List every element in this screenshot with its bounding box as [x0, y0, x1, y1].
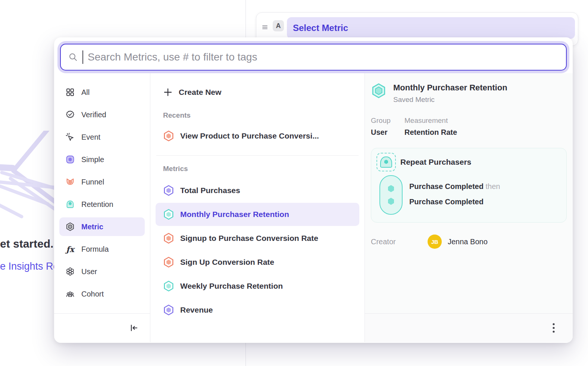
insights-report-link[interactable]: e Insights Re — [0, 261, 59, 272]
sidebar-item-retention[interactable]: Retention — [59, 195, 145, 214]
retention-arch-icon — [65, 199, 75, 209]
cohort-people-icon — [65, 289, 75, 299]
metric-hexagon-icon — [65, 222, 75, 232]
group-label: Group — [371, 117, 404, 125]
metric-picker-modal: All Verified — [54, 37, 573, 343]
sidebar-item-funnel[interactable]: Funnel — [59, 173, 145, 191]
list-divider — [156, 155, 359, 156]
metric-row-revenue[interactable]: Revenue — [156, 298, 359, 322]
sidebar-item-simple[interactable]: Simple — [59, 150, 145, 169]
definition-card: Repeat Purchasers Purchase Comp — [371, 148, 567, 223]
metric-label: Total Purchases — [180, 186, 240, 195]
sidebar-item-label: Simple — [81, 155, 104, 164]
sidebar-item-user[interactable]: User — [59, 262, 145, 281]
hexagon-orange-icon — [163, 233, 174, 244]
sidebar-item-cohort[interactable]: Cohort — [59, 285, 145, 303]
sidebar-item-label: Metric — [81, 223, 103, 231]
event-hexagon-icon — [387, 184, 395, 193]
recents-header: Recents — [150, 111, 365, 120]
sidebar-item-label: Verified — [81, 111, 106, 119]
sidebar-item-all[interactable]: All — [59, 83, 145, 102]
definition-name: Repeat Purchasers — [400, 158, 471, 167]
metric-row-weekly-purchase-retention[interactable]: Weekly Purchase Retention — [156, 274, 359, 298]
step-connector: then — [486, 182, 500, 190]
cursor-event-icon — [65, 132, 75, 142]
detail-subtitle: Saved Metric — [393, 96, 507, 104]
measurement-value: Retention Rate — [404, 128, 457, 137]
metric-row-monthly-purchaser-retention[interactable]: Monthly Purchaser Retention — [156, 203, 359, 226]
definition-step-1: Purchase Completed then — [409, 179, 500, 194]
sidebar-item-label: Funnel — [81, 178, 104, 186]
user-cluster-icon — [65, 267, 75, 276]
sidebar-item-label: Event — [81, 133, 100, 142]
search-box[interactable] — [60, 44, 567, 71]
sidebar-item-label: Retention — [81, 200, 113, 209]
metric-label: Monthly Purchaser Retention — [180, 210, 289, 219]
grid-icon — [65, 87, 75, 97]
creator-name: Jenna Bono — [448, 238, 488, 246]
funnel-icon — [65, 177, 75, 187]
filter-sidebar: All Verified — [54, 73, 150, 342]
metric-row-sign-up-conversion[interactable]: Sign Up Conversion Rate — [156, 251, 359, 274]
retention-definition-icon — [376, 153, 396, 171]
metric-label: Signup to Purchase Conversion Rate — [180, 234, 318, 243]
hexagon-teal-icon — [163, 209, 174, 220]
search-input[interactable] — [88, 51, 559, 63]
creator-label: Creator — [371, 238, 428, 246]
background-illustration — [0, 131, 56, 220]
get-started-text: et started. — [0, 238, 53, 250]
event-sequence-capsule — [379, 175, 403, 215]
search-focus-ring — [57, 41, 569, 73]
recent-metric-row[interactable]: View Product to Purchase Conversi... — [150, 125, 365, 147]
hexagon-orange-icon — [163, 130, 174, 142]
sidebar-item-label: User — [81, 267, 97, 276]
row-letter-badge: A — [273, 20, 284, 31]
formula-fx-icon: ƒx — [65, 244, 75, 254]
select-metric-button[interactable]: Select Metric — [287, 17, 575, 39]
collapse-sidebar-button[interactable] — [129, 323, 139, 333]
metric-label: Revenue — [180, 305, 213, 314]
text-caret — [82, 50, 83, 64]
metric-row-total-purchases[interactable]: Total Purchases — [156, 179, 359, 202]
verified-badge-icon — [65, 110, 75, 120]
metric-detail-panel: Monthly Purchaser Retention Saved Metric… — [365, 73, 573, 342]
create-new-label: Create New — [179, 88, 221, 97]
sidebar-footer — [54, 313, 150, 342]
detail-title: Monthly Purchaser Retention — [393, 83, 507, 93]
sidebar-item-label: Cohort — [81, 290, 104, 298]
simple-metric-icon — [65, 155, 75, 164]
more-options-button[interactable] — [547, 320, 560, 335]
sidebar-item-verified[interactable]: Verified — [59, 105, 145, 124]
metrics-header: Metrics — [150, 165, 365, 173]
metric-hexagon-teal-icon — [371, 83, 387, 99]
search-icon — [68, 52, 78, 62]
metric-list-panel: Create New Recents View Product to Purch… — [150, 73, 365, 342]
hexagon-purple-icon — [163, 185, 174, 196]
drag-handle-icon[interactable] — [260, 22, 270, 32]
definition-step-2: Purchase Completed — [409, 194, 500, 210]
event-hexagon-icon — [387, 197, 395, 206]
create-new-button[interactable]: Create New — [150, 82, 365, 102]
metric-row-signup-to-purchase[interactable]: Signup to Purchase Conversion Rate — [156, 227, 359, 250]
sidebar-item-metric[interactable]: Metric — [59, 217, 145, 236]
hexagon-teal-icon — [163, 280, 174, 292]
sidebar-item-label: All — [81, 88, 90, 97]
measurement-label: Measurement — [404, 117, 457, 125]
sidebar-item-formula[interactable]: ƒx Formula — [59, 240, 145, 258]
hexagon-orange-icon — [163, 257, 174, 268]
recent-metric-label: View Product to Purchase Conversi... — [180, 131, 319, 140]
group-value: User — [371, 128, 404, 137]
metric-label: Weekly Purchase Retention — [180, 282, 283, 291]
plus-icon — [163, 87, 173, 97]
hexagon-purple-icon — [163, 304, 174, 316]
sidebar-item-label: Formula — [81, 245, 109, 254]
detail-footer — [365, 313, 573, 342]
metric-label: Sign Up Conversion Rate — [180, 258, 274, 267]
creator-avatar: JB — [428, 235, 442, 249]
sidebar-item-event[interactable]: Event — [59, 128, 145, 146]
